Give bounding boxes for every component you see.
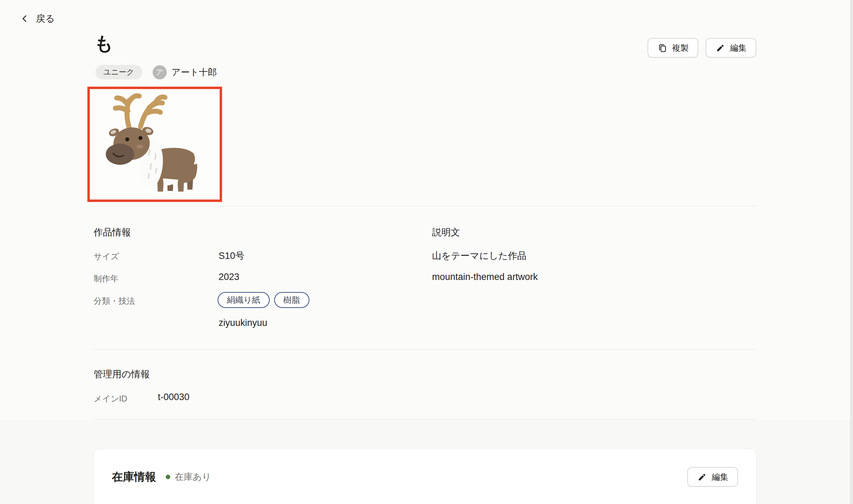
divider [94, 349, 756, 350]
duplicate-button[interactable]: 複製 [648, 38, 698, 58]
admin-info-heading: 管理用の情報 [94, 368, 150, 380]
edit-label: 編集 [730, 42, 747, 54]
status-dot-icon [166, 475, 170, 479]
year-label: 制作年 [94, 273, 118, 284]
pencil-icon [697, 472, 707, 482]
edit-button[interactable]: 編集 [706, 38, 756, 58]
unique-badge: ユニーク [95, 65, 142, 79]
inventory-card: 在庫情報 在庫あり 編集 [94, 449, 757, 504]
copy-icon [657, 43, 668, 53]
year-value: 2023 [219, 272, 239, 282]
artist-avatar: ア [153, 65, 167, 79]
technique-tag: 絹織り紙 [218, 292, 270, 308]
artist-chip: ア アート十郎 [153, 65, 217, 79]
inventory-heading: 在庫情報 [112, 469, 156, 485]
description-line: 山をテーマにした作品 [432, 250, 527, 262]
stock-status: 在庫あり [166, 471, 211, 483]
back-label: 戻る [36, 12, 55, 25]
main-id-value: t-00030 [158, 392, 190, 403]
artwork-detail-page: 戻る 複製 編集 も ユニーク ア [0, 0, 853, 504]
description-heading: 説明文 [432, 226, 460, 239]
technique-tag: 樹脂 [274, 292, 309, 308]
chevron-left-icon [20, 14, 30, 23]
page-actions: 複製 編集 [648, 38, 756, 58]
inventory-edit-button[interactable]: 編集 [687, 467, 738, 487]
artwork-info-heading: 作品情報 [94, 226, 131, 239]
size-value: S10号 [219, 250, 245, 262]
stock-status-label: 在庫あり [175, 471, 211, 483]
reindeer-illustration [90, 89, 220, 200]
back-button[interactable]: 戻る [20, 12, 55, 25]
vertical-scrollbar[interactable] [850, 0, 853, 504]
divider [94, 206, 756, 206]
description-line: mountain-themed artwork [432, 272, 538, 282]
technique-label: 分類・技法 [94, 295, 135, 307]
meta-row: ユニーク ア アート十郎 [95, 65, 217, 79]
pencil-icon [715, 43, 726, 53]
artist-name: アート十郎 [172, 66, 217, 78]
extra-value: ziyuukinyuu [219, 318, 267, 328]
inventory-edit-label: 編集 [712, 472, 728, 483]
divider [94, 419, 756, 419]
page-title: も [94, 33, 113, 54]
artwork-image-reindeer[interactable] [87, 87, 222, 202]
main-id-label: メインID [94, 393, 127, 404]
inventory-header: 在庫情報 在庫あり 編集 [112, 467, 738, 487]
technique-tags: 絹織り紙 樹脂 [218, 292, 309, 308]
size-label: サイズ [94, 251, 119, 262]
duplicate-label: 複製 [672, 42, 689, 54]
